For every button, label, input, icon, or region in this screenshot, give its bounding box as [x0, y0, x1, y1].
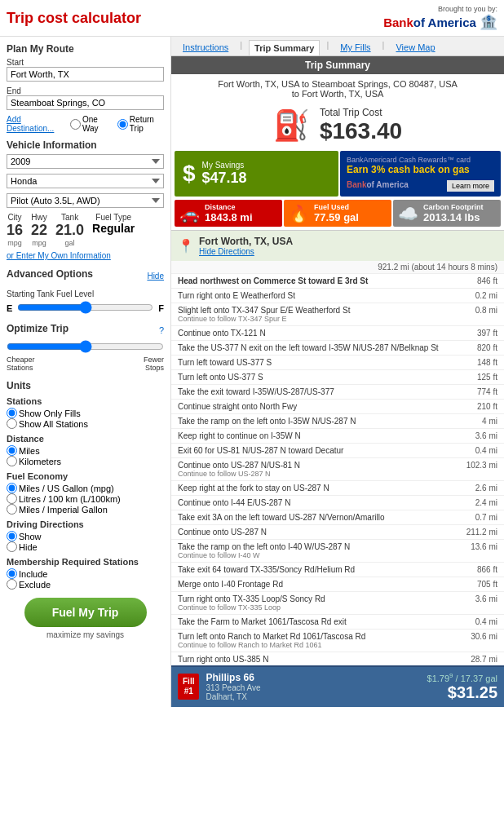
hide-dir-radio[interactable] [7, 541, 17, 552]
route-summary: 921.2 mi (about 14 hours 8 mins) [171, 261, 504, 274]
table-row: Head northwest on Commerce St toward E 3… [171, 274, 504, 289]
fuel-my-trip-button[interactable]: Fuel My Trip [24, 598, 147, 627]
imp-gallon-option-label[interactable]: Miles / Imperial Gallon [7, 504, 164, 515]
return-trip-radio[interactable] [117, 119, 128, 130]
direction-distance: 2.4 mi [447, 496, 504, 510]
fuel-pump-icon: ⛽ [273, 108, 310, 143]
direction-distance: 125 ft [447, 370, 504, 385]
model-group: Pilot (Auto 3.5L, AWD) [7, 193, 164, 208]
tab-trip-summary[interactable]: Trip Summary [249, 40, 320, 55]
table-row: Take the ramp on the left onto I-40 W/US… [171, 540, 504, 563]
return-trip-label[interactable]: Return Trip [117, 115, 164, 133]
kilometers-label[interactable]: Kilometers [7, 456, 164, 466]
show-dir-label[interactable]: Show [7, 531, 164, 541]
total-cost-label: Total Trip Cost [320, 107, 402, 118]
optimize-help-link[interactable]: ? [159, 325, 164, 335]
year-select[interactable]: 2009 [7, 154, 164, 169]
direction-distance: 3.6 mi [447, 592, 504, 615]
model-select[interactable]: Pilot (Auto 3.5L, AWD) [7, 193, 164, 208]
fuel-drop-icon: 🔥 [289, 204, 309, 223]
show-dir-radio[interactable] [7, 531, 17, 541]
direction-instruction: Slight left onto TX-347 Spur E/E Weather… [171, 303, 447, 326]
direction-distance: 397 ft [447, 326, 504, 341]
fill-bar: Fill #1 Phillips 66 313 Peach Ave Dalhar… [171, 665, 504, 707]
direction-distance: 820 ft [447, 341, 504, 356]
direction-distance: 13.6 mi [447, 540, 504, 563]
one-way-label[interactable]: One Way [70, 115, 111, 133]
hide-dir-label[interactable]: Hide [7, 541, 164, 552]
show-only-fills-radio[interactable] [7, 408, 17, 418]
my-savings-label: My Savings [202, 161, 247, 170]
direction-distance: 28.7 mi [447, 652, 504, 666]
tab-view-map[interactable]: View Map [391, 40, 440, 55]
l100-option-label[interactable]: Litres / 100 km (L/100km) [7, 493, 164, 504]
fuel-f-label: F [158, 303, 164, 313]
table-row: Continue onto I-44 E/US-287 N2.4 mi [171, 496, 504, 510]
hide-advanced-link[interactable]: Hide [147, 272, 164, 281]
show-all-stations-label[interactable]: Show All Stations [7, 418, 164, 429]
one-way-radio[interactable] [70, 119, 81, 130]
savings-info: My Savings $47.18 [202, 161, 247, 187]
make-select[interactable]: Honda [7, 174, 164, 188]
enter-info-link[interactable]: or Enter My Own Information [7, 251, 111, 260]
tab-instructions[interactable]: Instructions [178, 40, 233, 55]
fill-badge-line2: #1 [184, 687, 193, 696]
direction-instruction: Turn right onto US-385 N [171, 652, 447, 666]
stations-subsection: Stations Show Only Fills Show All Statio… [7, 396, 164, 429]
direction-distance: 705 ft [447, 577, 504, 592]
direction-distance: 211.2 mi [447, 525, 504, 540]
tab-bar: Instructions | Trip Summary | My Fills |… [171, 37, 504, 56]
hwy-mpg-item: Hwy 22 mpg [31, 213, 47, 247]
mpg-row: City 16 mpg Hwy 22 mpg Tank 21.0 gal Fue… [7, 213, 164, 247]
miles-label[interactable]: Miles [7, 445, 164, 456]
direction-distance: 0.2 mi [447, 289, 504, 303]
vehicle-info-label: Vehicle Information [7, 139, 164, 151]
stations-sub-title: Stations [7, 396, 164, 406]
directions-location: 📍 Fort Worth, TX, USA Hide Directions [171, 230, 504, 261]
driving-directions-subsection: Driving Directions Show Hide [7, 519, 164, 552]
page-title: Trip cost calculator [7, 10, 383, 27]
show-only-fills-label[interactable]: Show Only Fills [7, 408, 164, 418]
direction-instruction: Turn right onto E Weatherford St [171, 289, 447, 303]
route-options: Add Destination... One Way Return Trip [7, 115, 164, 133]
fuel-level-slider[interactable] [17, 302, 153, 313]
mpg-radio[interactable] [7, 483, 17, 493]
direction-instruction: Head northwest on Commerce St toward E 3… [171, 274, 447, 289]
carbon-stat-label: Carbon Footprint [423, 203, 484, 211]
right-panel: Instructions | Trip Summary | My Fills |… [171, 37, 504, 707]
show-all-stations-radio[interactable] [7, 418, 17, 429]
end-input[interactable] [7, 95, 164, 110]
my-savings-box: $ My Savings $47.18 [175, 151, 338, 197]
kilometers-radio[interactable] [7, 456, 17, 466]
l100-radio[interactable] [7, 493, 17, 504]
add-destination-link[interactable]: Add Destination... [7, 115, 64, 133]
exclude-radio[interactable] [7, 579, 17, 590]
location-pin-icon: 📍 [178, 238, 194, 254]
learn-more-button[interactable]: Learn more [447, 180, 494, 192]
direction-instruction: Turn left onto US-377 S [171, 370, 447, 385]
location-name: Fort Worth, TX, USA [199, 236, 293, 247]
fuel-stat-value: 77.59 gal [314, 211, 359, 223]
miles-radio[interactable] [7, 445, 17, 456]
tab-my-fills[interactable]: My Fills [335, 40, 375, 55]
exclude-label[interactable]: Exclude [7, 579, 164, 590]
mpg-option-label[interactable]: Miles / US Gallon (mpg) [7, 483, 164, 493]
direction-distance: 2.6 mi [447, 481, 504, 496]
bank-name: Bankof America 🏦 [383, 13, 497, 31]
table-row: Take the exit toward I-35W/US-287/US-377… [171, 385, 504, 400]
direction-instruction: Turn right onto TX-335 Loop/S Soncy RdCo… [171, 592, 447, 615]
include-radio[interactable] [7, 568, 17, 579]
fill-badge: Fill #1 [178, 674, 199, 700]
total-cost-area: Total Trip Cost $163.40 [320, 107, 402, 144]
optimize-slider[interactable] [7, 341, 164, 352]
direction-distance: 0.4 mi [447, 615, 504, 630]
fill-superscript: 9 [449, 672, 453, 679]
hide-directions-link[interactable]: Hide Directions [199, 247, 293, 256]
table-row: Turn left onto Ranch to Market Rd 1061/T… [171, 630, 504, 652]
direction-instruction: Take the Farm to Market 1061/Tascosa Rd … [171, 615, 447, 630]
start-input[interactable] [7, 67, 164, 82]
imp-gallon-radio[interactable] [7, 504, 17, 515]
fuel-type-value: Regular [92, 222, 135, 235]
include-label[interactable]: Include [7, 568, 164, 579]
directions-scroll[interactable]: Head northwest on Commerce St toward E 3… [171, 274, 504, 665]
